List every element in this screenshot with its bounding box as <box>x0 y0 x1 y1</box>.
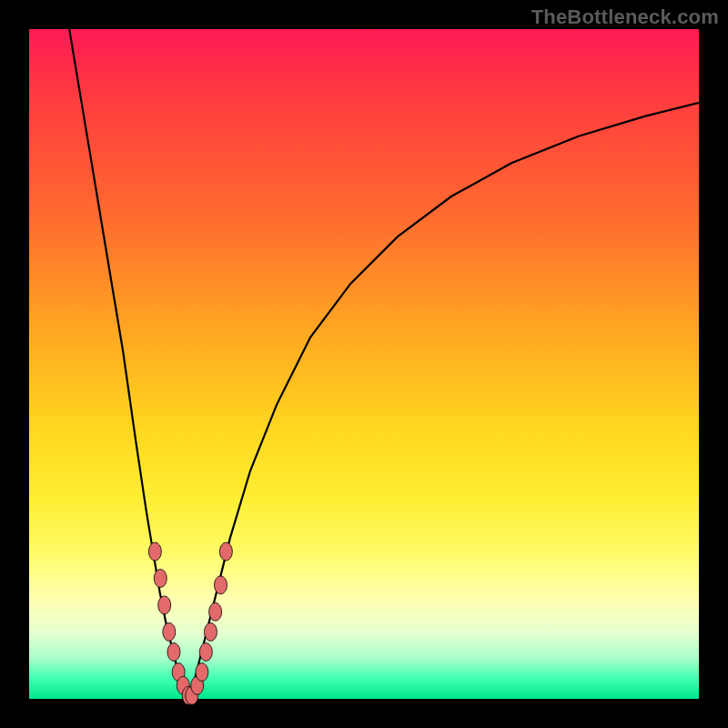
highlight-marker <box>209 602 222 621</box>
highlight-marker <box>204 622 217 641</box>
highlight-marker <box>163 622 176 641</box>
highlight-marker <box>148 542 161 561</box>
chart-frame: TheBottleneck.com <box>0 0 728 728</box>
highlight-marker <box>154 570 167 588</box>
highlight-marker-group <box>148 542 232 704</box>
curve-layer <box>29 29 699 699</box>
highlight-marker <box>219 542 232 561</box>
highlight-marker <box>215 576 228 594</box>
plot-area <box>29 29 699 699</box>
curve-right-branch <box>190 103 699 699</box>
highlight-marker <box>199 642 212 661</box>
highlight-marker <box>167 642 180 661</box>
highlight-marker <box>196 663 208 682</box>
watermark-text: TheBottleneck.com <box>531 5 719 29</box>
highlight-marker <box>158 596 171 614</box>
